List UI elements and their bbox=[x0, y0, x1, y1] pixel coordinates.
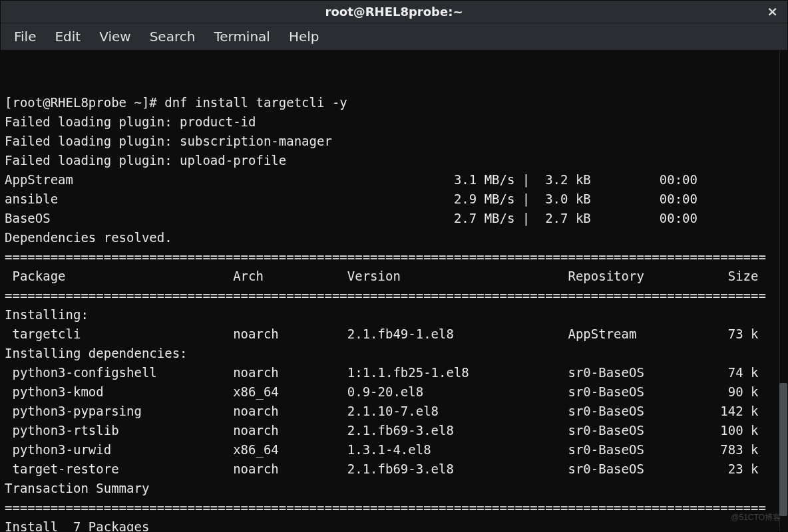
window-title: root@RHEL8probe:~ bbox=[325, 5, 463, 19]
terminal-line: Failed loading plugin: upload-profile bbox=[5, 151, 783, 170]
terminal-window: root@RHEL8probe:~ × File Edit View Searc… bbox=[0, 0, 788, 532]
terminal-line: python3-kmod x86_64 0.9-20.el8 sr0-BaseO… bbox=[5, 382, 783, 402]
terminal-line: Install 7 Packages bbox=[5, 517, 783, 531]
terminal-line: python3-configshell noarch 1:1.1.fb25-1.… bbox=[5, 363, 783, 382]
scrollbar[interactable] bbox=[779, 51, 787, 531]
terminal-line: ========================================… bbox=[5, 286, 783, 305]
menu-edit[interactable]: Edit bbox=[45, 23, 90, 50]
terminal-line: ansible 2.9 MB/s | 3.0 kB 00:00 bbox=[5, 190, 783, 209]
terminal-line: target-restore noarch 2.1.fb69-3.el8 sr0… bbox=[5, 460, 783, 479]
terminal-line: ========================================… bbox=[5, 498, 783, 517]
watermark: @51CTO博客 bbox=[731, 508, 781, 527]
title-bar: root@RHEL8probe:~ × bbox=[1, 1, 787, 23]
terminal-line: Package Arch Version Repository Size bbox=[5, 267, 783, 286]
terminal-line: python3-pyparsing noarch 2.1.10-7.el8 sr… bbox=[5, 402, 783, 421]
terminal-line: Transaction Summary bbox=[5, 479, 783, 498]
terminal-line: targetcli noarch 2.1.fb49-1.el8 AppStrea… bbox=[5, 325, 783, 344]
terminal-line: ========================================… bbox=[5, 247, 783, 267]
terminal-line: BaseOS 2.7 MB/s | 2.7 kB 00:00 bbox=[5, 209, 783, 228]
terminal-line: python3-rtslib noarch 2.1.fb69-3.el8 sr0… bbox=[5, 421, 783, 440]
menu-help[interactable]: Help bbox=[280, 23, 329, 50]
menu-bar: File Edit View Search Terminal Help bbox=[1, 23, 787, 51]
terminal-line: python3-urwid x86_64 1.3.1-4.el8 sr0-Bas… bbox=[5, 440, 783, 460]
terminal-line: Installing: bbox=[5, 305, 783, 325]
terminal-line: AppStream 3.1 MB/s | 3.2 kB 00:00 bbox=[5, 170, 783, 190]
terminal-line: [root@RHEL8probe ~]# dnf install targetc… bbox=[5, 93, 783, 112]
menu-file[interactable]: File bbox=[5, 23, 45, 50]
close-icon[interactable]: × bbox=[767, 3, 778, 19]
scrollbar-thumb[interactable] bbox=[779, 383, 787, 516]
terminal-output[interactable]: [root@RHEL8probe ~]# dnf install targetc… bbox=[1, 51, 787, 531]
terminal-line: Installing dependencies: bbox=[5, 344, 783, 363]
terminal-line: Dependencies resolved. bbox=[5, 228, 783, 247]
menu-search[interactable]: Search bbox=[140, 23, 205, 50]
terminal-line: Failed loading plugin: product-id bbox=[5, 112, 783, 132]
menu-view[interactable]: View bbox=[90, 23, 140, 50]
menu-terminal[interactable]: Terminal bbox=[204, 23, 280, 50]
terminal-line: Failed loading plugin: subscription-mana… bbox=[5, 132, 783, 151]
